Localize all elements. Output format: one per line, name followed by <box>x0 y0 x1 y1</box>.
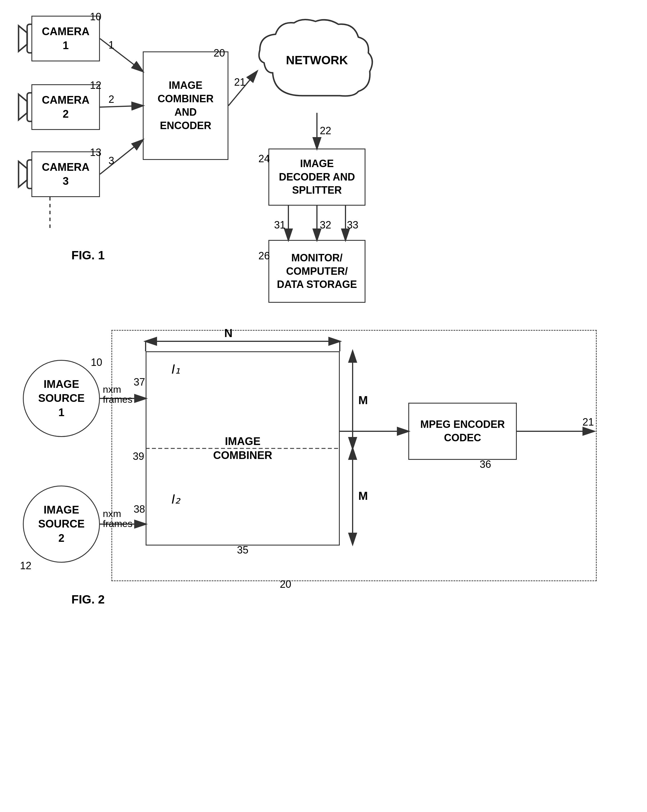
dashed-ref: 20 <box>280 578 291 591</box>
combiner-ref: 20 <box>214 47 225 59</box>
svg-text:3: 3 <box>108 155 114 166</box>
svg-marker-4 <box>18 94 27 120</box>
camera2-box: CAMERA 2 <box>31 84 100 130</box>
image-source1-circle: IMAGE SOURCE 1 <box>23 360 100 437</box>
svg-text:1: 1 <box>108 39 114 51</box>
monitor-ref: 26 <box>258 250 270 262</box>
i2-label: I₂ <box>171 491 180 507</box>
camera1-box: CAMERA 1 <box>31 16 100 61</box>
svg-text:31: 31 <box>274 219 285 231</box>
decoder-splitter-box: IMAGE DECODER AND SPLITTER <box>269 148 365 206</box>
fig1-label: FIG. 1 <box>72 249 105 262</box>
network-cloud: NETWORK <box>257 16 377 113</box>
svg-line-16 <box>100 140 143 174</box>
camera3-box: CAMERA 3 <box>31 151 100 197</box>
mpeg-ref: 36 <box>480 458 491 470</box>
svg-line-12 <box>100 38 143 72</box>
svg-marker-1 <box>18 26 27 52</box>
image-source1-ref: 10 <box>91 356 102 368</box>
image-source2-ref: 12 <box>20 560 31 572</box>
svg-text:32: 32 <box>320 219 331 231</box>
camera1-ref: 10 <box>90 11 101 23</box>
combiner-encoder-box: IMAGE COMBINER AND ENCODER <box>143 52 229 160</box>
image-combiner-box: IMAGE COMBINER <box>146 351 340 545</box>
fig2-label: FIG. 2 <box>72 593 105 606</box>
diagram-container: CAMERA 1 10 CAMERA 2 12 CAMERA 3 13 IMAG… <box>0 0 647 812</box>
decoder-ref: 24 <box>258 153 270 165</box>
mpeg-box: MPEG ENCODER CODEC <box>408 403 517 460</box>
monitor-box: MONITOR/ COMPUTER/ DATA STORAGE <box>269 240 365 303</box>
camera2-ref: 12 <box>90 79 101 92</box>
svg-text:22: 22 <box>320 125 331 136</box>
svg-line-14 <box>100 106 143 107</box>
image-source2-circle: IMAGE SOURCE 2 <box>23 485 100 563</box>
camera3-ref: 13 <box>90 147 101 159</box>
svg-line-19 <box>229 72 257 106</box>
svg-text:21: 21 <box>234 76 246 88</box>
svg-text:2: 2 <box>108 93 114 105</box>
svg-marker-7 <box>18 161 27 187</box>
svg-text:NETWORK: NETWORK <box>286 53 348 67</box>
i1-label: I₁ <box>171 361 180 377</box>
combiner-box-ref: 35 <box>237 544 249 556</box>
svg-text:33: 33 <box>347 219 358 231</box>
